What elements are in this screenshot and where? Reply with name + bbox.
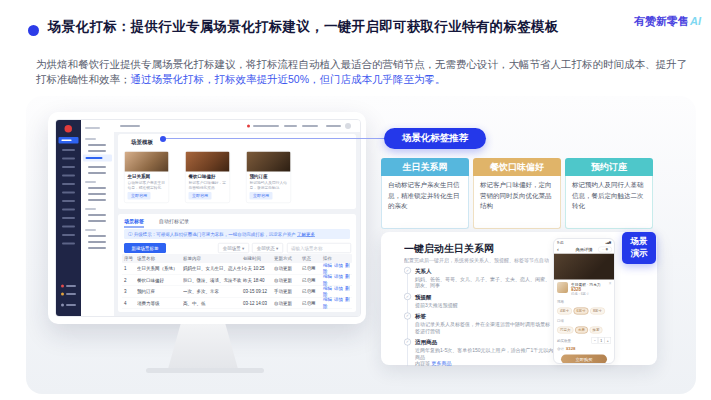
- taste-chip-group: 巧克力水果抹茶: [557, 324, 611, 335]
- banner-link[interactable]: 了解更多: [297, 232, 315, 237]
- table-row[interactable]: 2餐饮口味偏好甜口、微辣、清淡、无辣不欢昨天 18:40自动更新已启用编辑详情删…: [122, 275, 352, 287]
- step-desc: 提前3天推送预提醒: [415, 302, 554, 309]
- recommend-card-taste: 餐饮口味偏好 标记客户口味偏好，定向营销的同时反向优化菜品结构: [473, 158, 561, 229]
- wechat-capsule-icon[interactable]: ⋯ ◉: [598, 247, 612, 253]
- new-tag-button[interactable]: 新建场景标签: [124, 243, 166, 253]
- topbar-item[interactable]: [284, 125, 297, 127]
- submenu-item[interactable]: [88, 235, 106, 237]
- table-cell: 自动更新: [274, 265, 302, 272]
- topbar-item[interactable]: [326, 125, 341, 127]
- monitor-base: [146, 368, 264, 373]
- sidebar-item[interactable]: [62, 226, 75, 228]
- row-action-link[interactable]: 详情: [334, 297, 343, 302]
- sidebar-item[interactable]: [62, 209, 75, 211]
- search-input[interactable]: 请输入场景名称: [287, 243, 351, 253]
- table-row[interactable]: 1生日关系网（系统）妈妈生日、女儿生日、恋人生日今天 10:25自动更新已启用编…: [122, 263, 352, 275]
- tab-auto-records[interactable]: 自动打标记录: [159, 218, 189, 225]
- submenu-group-label: [85, 127, 100, 129]
- sku-chip[interactable]: 抹茶: [590, 327, 603, 334]
- sidebar-bottom-item[interactable]: [66, 304, 76, 306]
- table-cell: 已启用: [302, 300, 323, 307]
- quantity-label: 购买数量: [557, 338, 571, 343]
- status-filter-select[interactable]: 全部状态 ▾: [252, 243, 283, 253]
- product-hero-image: [554, 254, 614, 280]
- more-products-link[interactable]: 更多商品: [431, 361, 451, 367]
- row-action-link[interactable]: 编辑: [323, 297, 332, 302]
- enable-button[interactable]: 立即启用: [128, 192, 151, 200]
- template-card-taste[interactable]: 餐饮口味偏好 标记客户口味偏好，定向营销优化菜品 立即启用: [185, 151, 230, 203]
- avatar[interactable]: [345, 123, 351, 129]
- close-icon[interactable]: ×: [609, 281, 612, 286]
- submenu-item[interactable]: [88, 144, 106, 146]
- plus-button[interactable]: +: [605, 337, 612, 344]
- sidebar-item[interactable]: [62, 200, 75, 202]
- sidebar-item[interactable]: [62, 217, 75, 219]
- row-action-link[interactable]: 编辑: [323, 274, 332, 279]
- table-cell: 甜口、微辣、清淡、无辣不欢: [183, 277, 243, 284]
- submenu-item[interactable]: [88, 247, 106, 249]
- sidebar-item[interactable]: [62, 243, 75, 245]
- submenu-item[interactable]: [88, 150, 106, 152]
- table-row[interactable]: 4消费力等级高、中、低03-12 14:03自动更新已启用编辑详情删除: [122, 298, 352, 310]
- enable-button[interactable]: 立即启用: [189, 192, 212, 200]
- step-label: 适用商品: [415, 339, 554, 347]
- sidebar-item[interactable]: [62, 166, 75, 168]
- phone-mockup: 9:41 ▂▄▆ ‹ 商品详情 ⋯ ◉ × 生日蛋糕 · 巧克力 ¥328 已选…: [553, 238, 615, 364]
- buy-now-button[interactable]: 立即购买: [561, 355, 607, 365]
- submenu-item[interactable]: [88, 241, 106, 243]
- sidebar-bottom-icon: [61, 293, 64, 296]
- submenu-item[interactable]: [88, 214, 106, 216]
- row-action-link[interactable]: 详情: [334, 286, 343, 291]
- sidebar-item[interactable]: [62, 149, 75, 151]
- scene-filter-select[interactable]: 全部场景 ▾: [218, 243, 249, 253]
- submenu-group-label: [85, 138, 96, 140]
- tab-scene-tags[interactable]: 场景标签: [124, 218, 144, 228]
- sidebar-item[interactable]: [62, 192, 75, 194]
- topbar-item[interactable]: [253, 125, 279, 127]
- connector-dot: [160, 136, 166, 142]
- sku-chip[interactable]: 巧克力: [557, 327, 574, 334]
- template-card-booking[interactable]: 预约订座 标记预约人及同行人信息，餐后定向触达 立即启用: [246, 151, 291, 203]
- row-action-link[interactable]: 详情: [334, 263, 343, 268]
- step-label: 预提醒: [415, 293, 554, 301]
- row-action-link[interactable]: 编辑: [323, 263, 332, 268]
- submenu-item[interactable]: [88, 220, 106, 222]
- topbar-item[interactable]: [302, 125, 318, 127]
- check-circle-icon: ✓: [404, 313, 411, 320]
- info-banner: ⓘ 升级提示：可根据人群特征圈选门店潜力客群，一键自动完成打标，沉淀客户资产 了…: [124, 229, 350, 239]
- sidebar-active-item[interactable]: [59, 137, 79, 144]
- demo-badge-line2: 演示: [631, 248, 648, 260]
- sidebar-item[interactable]: [62, 175, 75, 177]
- sidebar-item[interactable]: [62, 234, 75, 236]
- table-cell: 今天 10:25: [243, 265, 274, 272]
- sku-chip[interactable]: 6英寸: [573, 308, 588, 315]
- sku-chip[interactable]: 4英寸: [557, 308, 572, 315]
- row-action-link[interactable]: 编辑: [323, 286, 332, 291]
- sidebar-bottom-item[interactable]: [66, 293, 76, 295]
- admin-topbar: [114, 120, 360, 133]
- submenu-item[interactable]: [88, 187, 106, 189]
- sku-chip[interactable]: 水果: [575, 327, 588, 334]
- recommend-card-header: 餐饮口味偏好: [473, 158, 561, 176]
- table-cell: 昨天 18:40: [243, 277, 274, 284]
- sidebar-item[interactable]: [62, 183, 75, 185]
- sku-chip[interactable]: 8英寸: [590, 308, 605, 315]
- template-card-birthday[interactable]: 生日关系网 自动标记客户亲友生日信息，精准锁定转化 立即启用: [124, 151, 169, 203]
- table-cell: 1: [122, 266, 137, 271]
- demo-step: ✓ 适用商品 近两年复购1-5次、客单价150元以上用户，适合推广1千元以内商品…: [404, 339, 554, 367]
- enable-button[interactable]: 立即启用: [250, 192, 273, 200]
- row-action-link[interactable]: 详情: [334, 274, 343, 279]
- submenu-item[interactable]: [88, 199, 106, 201]
- brand-logo: 有赞新零售AI: [634, 14, 701, 29]
- submenu-item[interactable]: [88, 172, 106, 174]
- table-header-cell: 操作: [323, 255, 352, 262]
- quantity-stepper[interactable]: − 1 +: [592, 337, 612, 344]
- table-row[interactable]: 3预约订座一次、多次、常客03-15 09:12手动更新已启用编辑详情删除: [122, 286, 352, 298]
- submenu-item[interactable]: [88, 166, 106, 168]
- submenu-item[interactable]: [88, 193, 106, 195]
- brand-logo-text: 有赞新零售: [634, 15, 689, 27]
- sidebar-item[interactable]: [62, 158, 75, 160]
- topbar-item[interactable]: [120, 125, 140, 127]
- sidebar-bottom-item[interactable]: [66, 285, 76, 287]
- template-card-desc: 自动标记客户亲友生日信息，精准锁定转化: [128, 181, 166, 191]
